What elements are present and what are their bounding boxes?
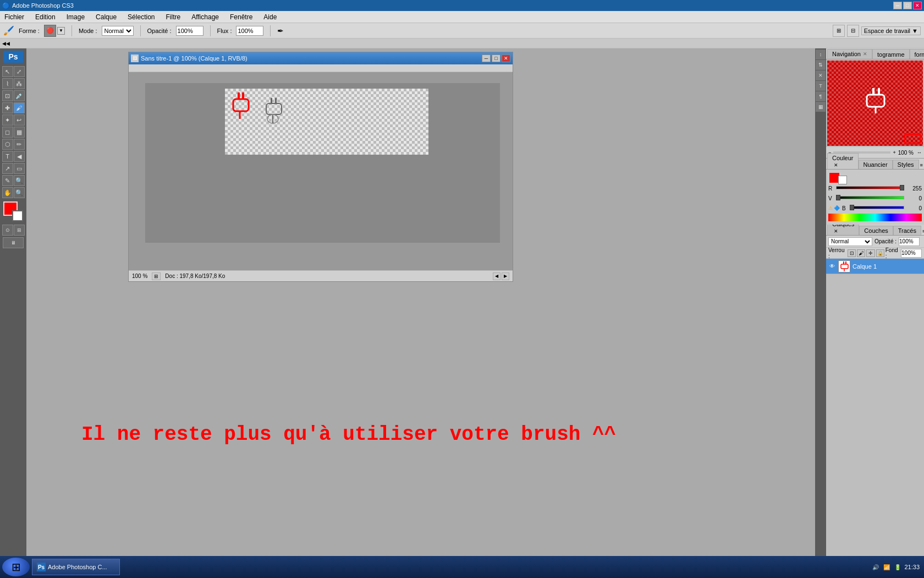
brush-shape-preview[interactable]: 🔴 [44,25,56,37]
workspace-icon-1[interactable]: ⊞ [833,25,845,37]
eyedrop2-tool[interactable]: 🔍 [14,175,25,186]
zoom-tool[interactable]: 🔍 [14,187,25,198]
text-tool[interactable]: T [2,151,13,162]
tab-nuancier[interactable]: Nuancier [859,160,893,169]
panel-icon-4[interactable]: T [816,81,826,91]
annotations-tool[interactable]: ✎ [2,175,13,186]
fond-area: Fond : [886,247,922,259]
fullscreen-mode[interactable]: ⊞ [14,225,25,236]
tab-couches[interactable]: Couches [859,226,893,235]
document-content[interactable] [129,72,513,270]
layers-panel-options[interactable]: ≡ [921,227,924,235]
scroll-left[interactable]: ◀ [493,272,501,280]
panel-icon-3[interactable]: ✕ [816,70,826,80]
workspace-button[interactable]: Espace de travail ▼ [861,26,921,35]
minimize-button[interactable]: ─ [893,2,902,9]
healing-tool[interactable]: ✚ [2,102,13,113]
brush-tool-icon: 🖌️ [3,25,14,36]
panel-icon-6[interactable]: ▦ [816,102,826,112]
panel-icon-2[interactable]: ⇅ [816,60,826,70]
lock-position[interactable]: ✛ [866,249,875,257]
airbrush-icon[interactable]: ✒ [277,26,284,35]
taskbar-photoshop[interactable]: Ps Adobe Photoshop C... [32,559,120,575]
b-slider-thumb[interactable] [850,205,854,210]
path-select[interactable]: ↗ [2,163,13,174]
menu-fichier[interactable]: Fichier [2,12,26,22]
nav-tab-close[interactable]: ✕ [863,51,867,57]
gradient-tool[interactable]: ▦ [14,127,25,138]
clone-tool[interactable]: ✦ [2,114,13,126]
shape2-tool[interactable]: ▭ [14,163,25,174]
r-slider-thumb[interactable] [900,185,904,190]
menu-edition[interactable]: Edition [33,12,58,22]
display-mode[interactable]: 🖥 [3,237,24,248]
quick-selection[interactable]: ⁂ [14,78,25,89]
color-spectrum[interactable] [828,214,922,221]
sys-icon-2: 📶 [882,563,891,571]
pen-tool[interactable]: ✏ [14,139,25,150]
flux-input[interactable] [236,26,263,36]
verrou-label: Verrou : [828,247,846,259]
lock-image[interactable]: 🖌 [857,249,865,257]
maximize-button[interactable]: □ [903,2,912,9]
scroll-right[interactable]: ▶ [502,272,509,280]
v-slider[interactable] [836,196,904,200]
zoom-in-icon[interactable]: + [893,150,895,155]
start-button[interactable]: ⊞ [2,558,30,576]
menu-selection[interactable]: Sélection [125,12,157,22]
move-tool[interactable]: ↖ [2,66,13,77]
background-color[interactable] [12,210,23,221]
tab-couleur[interactable]: Couleur ✕ [827,153,859,169]
crop-tool[interactable]: ⊡ [2,90,13,101]
panel-icon-1[interactable]: ↕ [816,50,826,59]
opacite-input[interactable] [176,26,204,36]
zoom-arrows[interactable]: ↔ [917,150,922,155]
lock-transparent[interactable]: ⊡ [848,249,856,257]
mode-select[interactable]: Normal [102,26,134,36]
fond-input[interactable] [901,249,922,258]
menu-calque[interactable]: Calque [94,12,119,22]
menu-aide[interactable]: Aide [261,12,279,22]
hand-tool[interactable]: ✋ [2,187,13,198]
tab-info[interactable]: formations [910,49,924,59]
layers-panel: Calques ✕ Couches Tracés ≡ Normal Opa [826,225,924,578]
layer-visibility-icon[interactable]: 👁 [828,263,836,270]
b-slider[interactable] [850,206,904,210]
dodge-tool[interactable]: ⬡ [2,139,13,150]
calques-tab-close[interactable]: ✕ [834,228,838,234]
r-slider[interactable] [836,186,904,190]
workspace-icon-2[interactable]: ⊟ [847,25,859,37]
panel-icon-5[interactable]: ¶ [816,91,826,101]
eyedropper-tool[interactable]: 💉 [14,90,25,101]
selection-tool[interactable]: ⤢ [14,66,25,77]
shape-tool[interactable]: ◀ [14,151,25,162]
history-brush[interactable]: ↩ [14,114,25,126]
tab-navigation[interactable]: Navigation ✕ [827,49,872,59]
menu-filtre[interactable]: Filtre [163,12,183,22]
opacite-input[interactable] [899,237,920,246]
eraser-tool[interactable]: ◻ [2,127,13,138]
doc-maximize[interactable]: □ [492,54,501,62]
screen-mode[interactable]: ⊙ [2,225,13,236]
doc-close[interactable]: ✕ [502,54,510,62]
couleur-tab-close[interactable]: ✕ [834,162,838,168]
tab-traces[interactable]: Tracés [893,226,921,235]
menu-affichage[interactable]: Affichage [189,12,221,22]
doc-minimize[interactable]: ─ [482,54,491,62]
color-panel-options[interactable]: ≡ [919,161,924,169]
menu-image[interactable]: Image [64,12,87,22]
doc-zoom-button[interactable]: ⊞ [152,272,161,280]
brush-tool[interactable]: 🖌 [14,102,25,113]
tab-calques[interactable]: Calques ✕ [827,225,859,235]
tab-styles[interactable]: Styles [893,160,919,169]
blend-mode-select[interactable]: Normal [828,237,872,246]
layer-item[interactable]: 👁 Calque 1 [826,259,924,274]
close-button[interactable]: ✕ [913,2,922,9]
menu-fenetre[interactable]: Fenêtre [228,12,255,22]
bg-swatch[interactable] [838,176,847,184]
lasso-tool[interactable]: ⌇ [2,78,13,89]
lock-all[interactable]: 🔒 [876,249,884,257]
brush-shape-dropdown[interactable]: ▼ [57,27,65,35]
v-slider-thumb[interactable] [836,195,840,200]
tab-histogram[interactable]: togramme [872,49,910,59]
